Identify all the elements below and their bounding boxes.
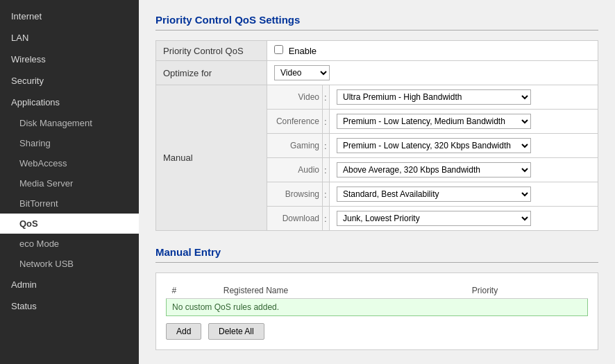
gaming-sub-label: Gaming <box>267 134 323 158</box>
enable-label: Enable <box>289 46 317 56</box>
col-priority: Priority <box>466 283 588 299</box>
section2-title: Manual Entry <box>155 246 598 263</box>
main-content: Priority Control QoS Settings Priority C… <box>139 0 615 364</box>
conference-select[interactable]: Premium - Low Latency, Medium Bandwidth … <box>337 114 531 129</box>
optimize-value-cell: Video Audio Gaming Browsing <box>267 61 598 85</box>
manual-entry-table: # Registered Name Priority No custom QoS… <box>166 283 588 316</box>
sidebar-item-security[interactable]: Security <box>0 70 139 92</box>
priority-control-row: Priority Control QoS Enable <box>156 41 598 61</box>
download-value-cell: Junk, Lowest Priority Standard, Best Ava… <box>330 207 598 231</box>
sidebar-item-bittorrent[interactable]: BitTorrent <box>0 193 139 214</box>
video-value-cell: Ultra Premium - High Bandwidth Premium -… <box>330 85 598 110</box>
manual-entry-section: # Registered Name Priority No custom QoS… <box>155 272 598 350</box>
audio-sub-label: Audio <box>267 158 323 182</box>
sidebar-item-internet[interactable]: Internet <box>0 6 139 27</box>
gaming-value-cell: Premium - Low Latency, 320 Kbps Bandwidt… <box>330 134 598 158</box>
no-rules-row: No custom QoS rules added. <box>167 299 588 316</box>
optimize-label: Optimize for <box>156 61 267 85</box>
manual-entry-header: # Registered Name Priority <box>167 283 588 299</box>
audio-colon: : <box>323 158 330 182</box>
conference-colon: : <box>323 110 330 134</box>
browsing-sub-label: Browsing <box>267 182 323 207</box>
optimize-select[interactable]: Video Audio Gaming Browsing <box>274 65 330 80</box>
conference-value-cell: Premium - Low Latency, Medium Bandwidth … <box>330 110 598 134</box>
video-sub-label: Video <box>267 85 323 110</box>
sidebar-item-status[interactable]: Status <box>0 295 139 317</box>
optimize-row: Optimize for Video Audio Gaming Browsing <box>156 61 598 85</box>
priority-control-table: Priority Control QoS Enable Optimize for… <box>155 40 598 231</box>
add-button[interactable]: Add <box>166 323 201 340</box>
sidebar-item-applications[interactable]: Applications <box>0 92 139 113</box>
gaming-select[interactable]: Premium - Low Latency, 320 Kbps Bandwidt… <box>337 138 531 153</box>
audio-value-cell: Above Average, 320 Kbps Bandwidth Ultra … <box>330 158 598 182</box>
sidebar-item-sharing[interactable]: Sharing <box>0 133 139 153</box>
conference-sub-label: Conference <box>267 110 323 134</box>
col-registered-name: Registered Name <box>218 283 466 299</box>
enable-checkbox[interactable] <box>274 45 283 54</box>
manual-row: Manual Video : Ultra Premium - High Band… <box>156 85 598 110</box>
sidebar-item-lan[interactable]: LAN <box>0 27 139 49</box>
delete-all-button[interactable]: Delete All <box>208 323 264 340</box>
no-rules-text: No custom QoS rules added. <box>167 299 588 316</box>
col-hash: # <box>167 283 218 299</box>
priority-control-label: Priority Control QoS <box>156 41 267 61</box>
sidebar: Internet LAN Wireless Security Applicati… <box>0 0 139 364</box>
download-sub-label: Download <box>267 207 323 231</box>
sidebar-item-webaccess[interactable]: WebAccess <box>0 153 139 173</box>
browsing-select[interactable]: Standard, Best Availability Above Averag… <box>337 187 531 202</box>
browsing-colon: : <box>323 182 330 207</box>
video-select[interactable]: Ultra Premium - High Bandwidth Premium -… <box>337 89 531 105</box>
sidebar-item-network-usb[interactable]: Network USB <box>0 254 139 274</box>
download-colon: : <box>323 207 330 231</box>
priority-control-value-cell: Enable <box>267 41 598 61</box>
sidebar-item-eco-mode[interactable]: eco Mode <box>0 234 139 254</box>
sidebar-item-media-server[interactable]: Media Server <box>0 173 139 193</box>
browsing-value-cell: Standard, Best Availability Above Averag… <box>330 182 598 207</box>
sidebar-item-qos[interactable]: QoS <box>0 214 139 234</box>
sidebar-item-admin[interactable]: Admin <box>0 274 139 295</box>
audio-select[interactable]: Above Average, 320 Kbps Bandwidth Ultra … <box>337 162 531 177</box>
section1-title: Priority Control QoS Settings <box>155 14 598 31</box>
manual-label: Manual <box>156 85 267 231</box>
download-select[interactable]: Junk, Lowest Priority Standard, Best Ava… <box>337 211 531 226</box>
gaming-colon: : <box>323 134 330 158</box>
video-colon: : <box>323 85 330 110</box>
sidebar-item-disk-management[interactable]: Disk Management <box>0 113 139 133</box>
sidebar-item-wireless[interactable]: Wireless <box>0 49 139 70</box>
